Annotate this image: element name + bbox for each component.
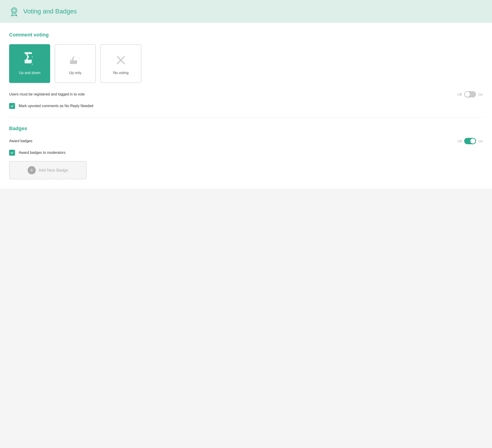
award-badges-toggle-switch[interactable] [464,138,476,144]
award-on-label: On [478,139,483,143]
registered-toggle-switch[interactable] [464,91,476,98]
add-badge-button[interactable]: + Add New Badge [9,161,87,179]
up-and-down-icon: ↑ ↓ [22,52,38,68]
award-badges-toggle-knob [470,139,475,144]
up-only-icon: ↑ [67,52,83,68]
svg-text:↑: ↑ [31,54,33,59]
page-header: Voting and Badges [0,0,492,23]
registered-toggle-label: Users must be registered and logged in t… [9,92,454,96]
svg-text:↑: ↑ [78,56,80,61]
award-moderators-row: Award badges to moderators [9,150,483,156]
up-only-label: Up only [69,71,82,75]
comment-voting-section: Comment voting ↑ [9,32,483,109]
registered-toggle-knob [465,92,470,97]
award-badges-label: Award badges [9,139,454,143]
award-badges-toggle-group: Off On [457,138,483,144]
section-divider [9,117,483,117]
checkmark-icon-2 [10,151,14,155]
badge-icon [9,6,19,16]
award-off-label: Off [457,139,462,143]
voting-option-no-voting[interactable]: No voting [100,44,141,83]
registered-toggle-row: Users must be registered and logged in t… [9,91,483,98]
svg-point-0 [11,8,17,13]
up-and-down-label: Up and down [19,71,40,75]
svg-point-1 [12,9,16,12]
voting-option-up-only[interactable]: ↑ Up only [55,44,96,83]
award-moderators-checkbox[interactable] [9,150,15,156]
main-content: Comment voting ↑ [0,23,492,189]
add-badge-label: Add New Badge [39,168,68,173]
award-moderators-label: Award badges to moderators [19,151,65,155]
registered-toggle-group: Off On [457,91,483,98]
mark-upvoted-checkbox[interactable] [9,103,15,109]
registered-on-label: On [478,92,483,96]
voting-option-up-and-down[interactable]: ↑ ↓ Up and down [9,44,50,83]
page-title: Voting and Badges [23,8,77,15]
mark-upvoted-row: Mark upvoted comments as No Reply Needed [9,103,483,109]
svg-text:↓: ↓ [31,61,33,66]
award-badges-toggle-row: Award badges Off On [9,138,483,144]
checkmark-icon [10,104,14,108]
badges-title: Badges [9,126,483,131]
add-badge-plus-icon: + [28,166,36,174]
no-voting-label: No voting [113,71,129,75]
voting-options-group: ↑ ↓ Up and down ↑ [9,44,483,83]
comment-voting-title: Comment voting [9,32,483,38]
registered-off-label: Off [457,92,462,96]
no-voting-icon [113,52,129,68]
badges-section: Badges Award badges Off On Award badges … [9,126,483,179]
mark-upvoted-label: Mark upvoted comments as No Reply Needed [19,104,93,108]
